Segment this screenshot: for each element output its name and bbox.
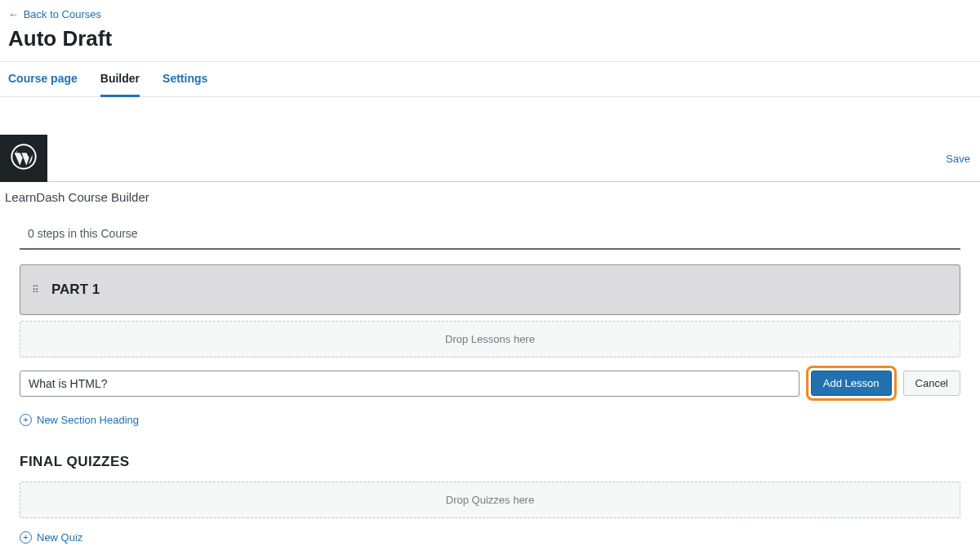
wordpress-logo-button[interactable] <box>0 135 47 182</box>
back-link-label: Back to Courses <box>24 8 101 20</box>
steps-count: 0 steps in this Course <box>20 212 960 250</box>
drop-lessons-label: Drop Lessons here <box>445 333 535 345</box>
drag-handle-icon[interactable]: ⠿ <box>32 288 40 292</box>
final-quizzes-heading: FINAL QUIZZES <box>20 454 960 470</box>
section-title: PART 1 <box>51 282 100 298</box>
tab-builder[interactable]: Builder <box>100 62 140 97</box>
add-lesson-highlight: Add Lesson <box>806 366 897 401</box>
tab-course-page[interactable]: Course page <box>8 62 78 96</box>
plus-circle-icon: + <box>20 414 32 426</box>
drop-quizzes-label: Drop Quizzes here <box>446 494 534 506</box>
drop-quizzes-zone[interactable]: Drop Quizzes here <box>20 482 960 518</box>
back-to-courses-link[interactable]: ← Back to Courses <box>8 8 101 20</box>
back-arrow-icon: ← <box>8 8 19 20</box>
cancel-button[interactable]: Cancel <box>903 371 960 396</box>
new-section-label: New Section Heading <box>37 414 139 426</box>
new-quiz-label: New Quiz <box>37 531 82 544</box>
editor-top-bar: Save <box>0 135 980 182</box>
plus-circle-icon: + <box>20 531 32 544</box>
section-header[interactable]: ⠿ PART 1 <box>20 264 960 315</box>
lesson-title-input[interactable] <box>20 371 800 397</box>
page-title: Auto Draft <box>8 26 972 51</box>
builder-panel-title: LearnDash Course Builder <box>0 182 980 212</box>
tabs-nav: Course page Builder Settings <box>0 62 980 97</box>
new-section-heading-link[interactable]: + New Section Heading <box>20 414 960 426</box>
new-quiz-link[interactable]: + New Quiz <box>20 531 960 544</box>
add-lesson-button[interactable]: Add Lesson <box>811 371 892 396</box>
drop-lessons-zone[interactable]: Drop Lessons here <box>20 321 960 357</box>
tab-settings[interactable]: Settings <box>163 62 207 96</box>
save-link[interactable]: Save <box>946 153 970 165</box>
wordpress-icon <box>11 144 37 173</box>
